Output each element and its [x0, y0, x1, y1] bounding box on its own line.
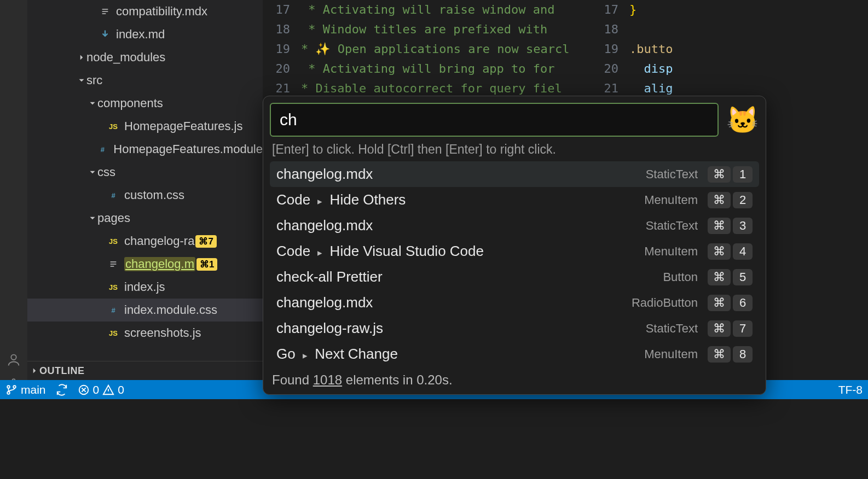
- file-tree: compatibility.mdxindex.mdnode_modulessrc…: [27, 0, 263, 361]
- tree-item[interactable]: JSchangelog-ra⌘7: [27, 230, 263, 253]
- js-file-icon: JS: [108, 236, 119, 247]
- shortcut-modifier: ⌘: [708, 346, 731, 363]
- js-file-icon: JS: [108, 282, 119, 293]
- chevron-right-icon: [77, 52, 86, 62]
- line-number: 19: [263, 39, 290, 59]
- shortcut-number: 1: [733, 166, 753, 183]
- markdown-file-icon: [100, 29, 111, 40]
- tree-item[interactable]: #HomepageFeatures.module: [27, 138, 263, 161]
- branch-icon: [5, 384, 18, 396]
- palette-result-row[interactable]: changelog.mdx RadioButton ⌘ 6: [270, 290, 759, 316]
- palette-result-row[interactable]: changelog-raw.js StaticText ⌘ 7: [270, 316, 759, 341]
- palette-result-row[interactable]: changelog.mdx StaticText ⌘ 3: [270, 213, 759, 238]
- tree-item[interactable]: JSindex.js: [27, 276, 263, 299]
- result-type: StaticText: [646, 219, 698, 233]
- tree-item[interactable]: css: [27, 161, 263, 184]
- tree-item[interactable]: JSscreenshots.js: [27, 322, 263, 344]
- shortcut-modifier: ⌘: [708, 320, 731, 337]
- palette-result-row[interactable]: changelog.mdx StaticText ⌘ 1: [270, 161, 759, 187]
- tree-item-label: index.js: [124, 280, 165, 294]
- js-file-icon: JS: [108, 328, 119, 338]
- result-type: MenuItem: [644, 244, 698, 259]
- code-line: .butto: [629, 39, 673, 59]
- tree-item-label: components: [97, 96, 163, 110]
- code-line: [629, 20, 673, 39]
- encoding[interactable]: TF-8: [838, 383, 863, 396]
- sync-button[interactable]: [56, 384, 68, 396]
- tree-item[interactable]: #custom.css: [27, 184, 263, 207]
- tree-item[interactable]: components: [27, 92, 263, 115]
- chevron-down-icon: [88, 167, 97, 177]
- tree-item[interactable]: #index.module.css: [27, 299, 263, 322]
- result-label: Code ▸ Hide Visual Studio Code: [276, 243, 644, 260]
- text-file-icon: [108, 259, 119, 270]
- result-type: StaticText: [646, 322, 698, 336]
- palette-result-row[interactable]: Go ▸ Next Change MenuItem ⌘ 8: [270, 341, 759, 367]
- css-file-icon: #: [97, 144, 108, 155]
- tree-item-label: src: [86, 73, 102, 87]
- chevron-down-icon: [88, 98, 97, 108]
- shortcut-number: 8: [733, 346, 753, 363]
- line-number: 17: [591, 0, 618, 20]
- result-type: StaticText: [646, 167, 698, 182]
- shortcut-number: 6: [733, 295, 753, 311]
- svg-point-3: [7, 392, 10, 394]
- tree-item-label: custom.css: [124, 188, 184, 202]
- shortcut-modifier: ⌘: [708, 192, 731, 208]
- git-branch[interactable]: main: [5, 383, 46, 396]
- result-type: MenuItem: [644, 193, 698, 207]
- accounts-icon[interactable]: [6, 352, 21, 367]
- palette-result-row[interactable]: Code ▸ Hide Others MenuItem ⌘ 2: [270, 187, 759, 213]
- mascot-icon: 🐱: [726, 104, 759, 136]
- tree-item-label: compatibility.mdx: [116, 4, 207, 19]
- tree-item[interactable]: pages: [27, 207, 263, 230]
- chevron-down-icon: [88, 213, 97, 223]
- shortcut-number: 5: [733, 269, 753, 285]
- activity-bar: [0, 0, 27, 399]
- tree-item[interactable]: compatibility.mdx: [27, 0, 263, 23]
- palette-results: changelog.mdx StaticText ⌘ 1 Code ▸ Hide…: [270, 161, 759, 367]
- text-file-icon: [100, 6, 111, 17]
- palette-result-row[interactable]: check-all Prettier Button ⌘ 5: [270, 264, 759, 290]
- tree-item-label: index.md: [116, 27, 165, 42]
- result-label: Code ▸ Hide Others: [276, 191, 644, 208]
- line-number: 17: [263, 0, 290, 20]
- command-palette: 🐱 [Enter] to click. Hold [Ctrl] then [En…: [263, 96, 766, 395]
- tree-item-label: node_modules: [86, 50, 165, 65]
- shortcut-modifier: ⌘: [708, 218, 731, 234]
- palette-result-row[interactable]: Code ▸ Hide Visual Studio Code MenuItem …: [270, 238, 759, 264]
- warning-icon: [102, 384, 114, 396]
- tree-item-label: pages: [97, 211, 130, 225]
- tree-item[interactable]: index.md: [27, 23, 263, 46]
- line-number: 19: [591, 39, 618, 59]
- result-label: check-all Prettier: [276, 268, 663, 285]
- code-line: * ✨ Open applications are now searcl: [301, 39, 570, 59]
- problems[interactable]: 0 0: [78, 383, 124, 396]
- result-label: changelog.mdx: [276, 217, 646, 234]
- result-type: MenuItem: [644, 347, 698, 361]
- sidebar-section-header[interactable]: OUTLINE: [27, 361, 263, 380]
- explorer-sidebar: compatibility.mdxindex.mdnode_modulessrc…: [27, 0, 263, 399]
- shortcut-modifier: ⌘: [708, 269, 731, 285]
- line-number: 18: [591, 20, 618, 39]
- chevron-down-icon: [77, 75, 86, 85]
- shortcut-modifier: ⌘: [708, 243, 731, 260]
- tree-item[interactable]: changelog.m⌘1: [27, 253, 263, 276]
- tree-item[interactable]: node_modules: [27, 46, 263, 69]
- line-number: 20: [591, 59, 618, 79]
- branch-name: main: [21, 383, 46, 396]
- result-label: changelog.mdx: [276, 166, 646, 183]
- tree-item[interactable]: JSHomepageFeatures.js: [27, 115, 263, 138]
- js-file-icon: JS: [108, 121, 119, 132]
- code-line: disp: [629, 59, 673, 79]
- tree-item-label: screenshots.js: [124, 326, 201, 340]
- result-label: changelog-raw.js: [276, 320, 646, 337]
- tree-item-label: HomepageFeatures.module: [113, 142, 263, 156]
- tree-item-label: css: [97, 165, 115, 179]
- tree-item[interactable]: src: [27, 69, 263, 92]
- shortcut-modifier: ⌘: [708, 166, 731, 183]
- palette-search-input[interactable]: [270, 103, 719, 137]
- shortcut-modifier: ⌘: [708, 295, 731, 311]
- palette-footer: Found 1018 elements in 0.20s.: [270, 372, 759, 388]
- code-line: * Activating will bring app to for: [301, 59, 570, 79]
